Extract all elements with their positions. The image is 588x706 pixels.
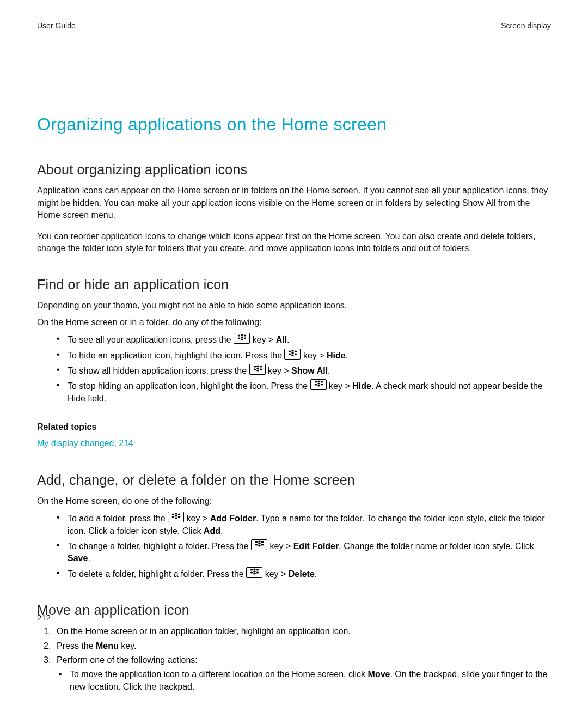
bold-text: Save <box>68 553 88 563</box>
section-heading-about: About organizing application icons <box>37 160 551 179</box>
bullet-list: To move the application icon to a differ… <box>57 668 551 693</box>
text: Press the <box>57 641 96 650</box>
text: To delete a folder, highlight a folder. … <box>68 569 246 579</box>
text: . <box>287 335 289 344</box>
section-heading-folders: Add, change, or delete a folder on the H… <box>37 471 551 490</box>
svg-point-21 <box>253 366 256 367</box>
svg-point-34 <box>320 384 323 386</box>
text: . <box>88 553 90 563</box>
text: . <box>220 526 223 535</box>
svg-point-13 <box>244 338 247 339</box>
text: key. <box>119 641 137 650</box>
text: To change a folder, highlight a folder. … <box>68 541 251 551</box>
text: . Change the folder name or folder icon … <box>339 541 534 551</box>
bullet-list: To see all your application icons, press… <box>37 333 551 405</box>
svg-point-7 <box>238 335 241 337</box>
bold-text: Edit Folder <box>293 541 339 551</box>
bold-text: Hide <box>352 381 371 391</box>
text: key > <box>262 569 289 579</box>
svg-point-9 <box>241 334 243 336</box>
section-heading-find-hide: Find or hide an application icon <box>37 275 551 294</box>
svg-point-35 <box>172 514 175 515</box>
svg-point-44 <box>258 540 261 542</box>
svg-point-39 <box>175 518 177 519</box>
svg-point-28 <box>314 381 317 383</box>
text: On the Home screen or in an application … <box>57 626 351 636</box>
text: To see all your application icons, press… <box>68 335 234 344</box>
page-content: User Guide Screen display Organizing app… <box>0 0 588 693</box>
svg-point-14 <box>289 350 291 352</box>
svg-point-26 <box>259 366 262 367</box>
list-item: To show all hidden application icons, pr… <box>68 364 551 377</box>
svg-point-25 <box>256 369 259 371</box>
page-title: Organizing applications on the Home scre… <box>37 112 551 137</box>
svg-point-10 <box>241 337 243 338</box>
svg-point-33 <box>320 381 323 383</box>
text: . <box>315 569 317 579</box>
text: key > <box>327 381 353 391</box>
svg-point-53 <box>253 573 256 574</box>
svg-point-54 <box>256 569 259 570</box>
svg-point-27 <box>259 368 262 370</box>
text: To move the application icon to a differ… <box>70 670 368 679</box>
bold-text: Show All <box>291 366 328 375</box>
list-item: To add a folder, press the key > Add Fol… <box>68 512 551 537</box>
menu-key-icon <box>310 379 327 390</box>
related-topics-heading: Related topics <box>37 421 551 433</box>
text: To show all hidden application icons, pr… <box>68 366 249 375</box>
svg-point-19 <box>295 350 297 352</box>
text: . <box>328 366 330 375</box>
text: key > <box>267 541 293 551</box>
page-number: 212 <box>37 612 51 623</box>
svg-point-23 <box>256 365 259 367</box>
section-heading-move: Move an application icon <box>37 601 551 620</box>
svg-point-30 <box>317 381 320 382</box>
header-right: Screen display <box>501 21 551 32</box>
menu-key-icon <box>284 349 301 360</box>
menu-key-icon <box>168 512 184 522</box>
body-text: Depending on your theme, you might not b… <box>37 300 551 312</box>
svg-point-29 <box>314 384 317 386</box>
bold-text: All <box>276 335 287 344</box>
svg-point-36 <box>172 516 175 518</box>
bold-text: Add Folder <box>210 514 256 523</box>
body-text: Application icons can appear on the Home… <box>37 185 551 221</box>
body-text: On the Home screen or in a folder, do an… <box>37 317 551 328</box>
numbered-list: On the Home screen or in an application … <box>37 625 551 693</box>
svg-point-43 <box>255 544 258 545</box>
svg-point-18 <box>292 354 295 356</box>
svg-point-47 <box>261 541 264 543</box>
list-item: To stop hiding an application icon, high… <box>68 379 551 405</box>
svg-point-40 <box>178 514 181 515</box>
svg-point-48 <box>261 544 264 545</box>
svg-point-50 <box>250 571 253 573</box>
svg-point-11 <box>241 339 243 340</box>
body-text: You can reorder application icons to cha… <box>37 230 551 255</box>
text: To stop hiding an application icon, high… <box>68 381 310 391</box>
svg-point-51 <box>253 568 256 570</box>
list-item: To see all your application icons, press… <box>68 333 551 346</box>
svg-point-46 <box>258 545 261 546</box>
list-item: To move the application icon to a differ… <box>70 668 551 693</box>
svg-point-42 <box>255 541 258 543</box>
menu-key-icon <box>234 333 250 344</box>
menu-key-icon <box>246 567 262 578</box>
related-link[interactable]: My display changed, 214 <box>37 437 551 449</box>
bullet-list: To add a folder, press the key > Add Fol… <box>37 512 551 580</box>
list-item: To change a folder, highlight a folder. … <box>68 539 551 565</box>
list-item: To delete a folder, highlight a folder. … <box>68 567 551 580</box>
menu-key-icon <box>251 539 267 550</box>
list-item: Perform one of the following actions: To… <box>57 654 551 693</box>
svg-point-49 <box>250 569 253 570</box>
svg-point-41 <box>178 516 181 518</box>
bold-text: Move <box>368 670 390 679</box>
bold-text: Add <box>204 526 220 535</box>
svg-point-32 <box>317 385 320 387</box>
svg-point-52 <box>253 570 256 572</box>
body-text: On the Home screen, do one of the follow… <box>37 495 551 507</box>
text: . <box>346 351 348 360</box>
text: key > <box>184 514 210 523</box>
text: To add a folder, press the <box>68 514 168 523</box>
bold-text: Hide <box>327 351 346 360</box>
svg-point-8 <box>238 338 241 339</box>
